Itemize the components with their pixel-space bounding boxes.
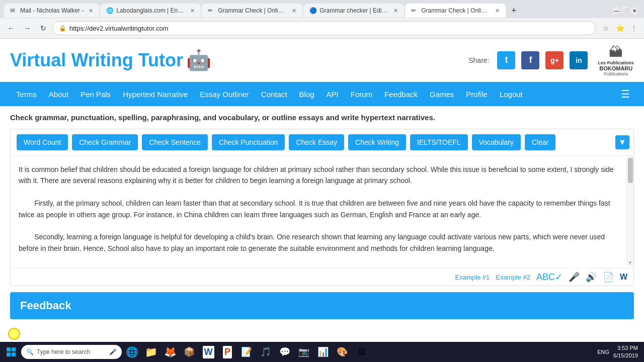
- nav-hypertext-narrative[interactable]: Hypertext Narrative: [117, 82, 194, 106]
- site-header: Virtual Writing Tutor 🤖 Share: t f g+ in…: [0, 39, 644, 82]
- tab-mail-label: Mail - Nicholas Walker -: [20, 7, 84, 14]
- bokomaru-icon: 🏔: [609, 44, 623, 60]
- nav-blog[interactable]: Blog: [293, 82, 320, 106]
- nav-terms[interactable]: Terms: [10, 82, 43, 106]
- lock-icon: 🔒: [59, 25, 66, 32]
- close-button[interactable]: ✕: [631, 7, 638, 14]
- linkedin-share-button[interactable]: in: [570, 51, 588, 69]
- clear-button[interactable]: Clear: [525, 134, 555, 150]
- expand-button[interactable]: ▼: [615, 135, 629, 149]
- tab-grammar-checker-label: Grammar checker | Edit c...: [319, 7, 388, 14]
- check-punctuation-button[interactable]: Check Punctuation: [212, 134, 285, 150]
- new-tab-button[interactable]: +: [507, 4, 521, 18]
- forward-button[interactable]: →: [20, 21, 34, 35]
- vocabulary-button[interactable]: Vocabulary: [472, 134, 521, 150]
- bokomaru-text: Les Publications: [598, 60, 634, 65]
- hamburger-menu[interactable]: ☰: [617, 88, 634, 100]
- microphone-icon[interactable]: 🎤: [569, 272, 580, 283]
- document-icon[interactable]: 📄: [603, 272, 614, 283]
- tab-grammar2[interactable]: ✏ Grammar Check | Online... ✕: [405, 4, 506, 18]
- googleplus-share-button[interactable]: g+: [545, 51, 564, 69]
- bokomaru-logo: 🏔 Les Publications BOKOMARU Publications: [598, 44, 634, 76]
- mail-tab-icon: ✉: [10, 7, 17, 14]
- extension-icon[interactable]: ⭐: [614, 22, 626, 34]
- twitter-icon: t: [505, 55, 508, 65]
- nav-forum[interactable]: Forum: [345, 82, 378, 106]
- address-url[interactable]: https://dev2.virtualwritingtutor.com: [69, 25, 169, 32]
- example2-link[interactable]: Example #2: [496, 274, 530, 281]
- nav-games[interactable]: Games: [424, 82, 460, 106]
- textarea-wrapper: ▼: [11, 156, 633, 268]
- address-bar[interactable]: 🔒 https://dev2.virtualwritingtutor.com: [52, 21, 596, 35]
- bokomaru-subtitle: Publications: [604, 71, 628, 76]
- browser-chrome: ✉ Mail - Nicholas Walker - ✕ 🌐 Labodangl…: [0, 0, 644, 39]
- tab-grammar2-label: Grammar Check | Online...: [421, 7, 490, 14]
- word-icon[interactable]: W: [620, 273, 627, 282]
- nav-essay-outliner[interactable]: Essay Outliner: [194, 82, 255, 106]
- check-sentence-button[interactable]: Check Sentence: [142, 134, 208, 150]
- share-label: Share:: [468, 56, 489, 64]
- nav-profile[interactable]: Profile: [460, 82, 494, 106]
- essay-textarea[interactable]: [11, 156, 633, 266]
- logo-writing-tutor: Writing Tutor: [66, 50, 183, 70]
- speaker-icon[interactable]: 🔊: [586, 272, 597, 283]
- tab-grammar1-label: Grammar Check | Online ...: [218, 7, 287, 14]
- tab-mail-close[interactable]: ✕: [89, 8, 93, 14]
- site-nav: Terms About Pen Pals Hypertext Narrative…: [0, 82, 644, 106]
- facebook-share-button[interactable]: f: [521, 51, 539, 69]
- check-essay-button[interactable]: Check Essay: [289, 134, 344, 150]
- example1-link[interactable]: Example #1: [455, 274, 490, 281]
- grammar1-tab-icon: ✏: [208, 7, 215, 14]
- tool-area: Word Count Check Grammar Check Sentence …: [10, 129, 634, 286]
- tool-buttons: Word Count Check Grammar Check Sentence …: [11, 129, 633, 156]
- nav-pen-pals[interactable]: Pen Pals: [74, 82, 117, 106]
- spell-check-icon[interactable]: ABC✓: [536, 272, 562, 283]
- nav-feedback[interactable]: Feedback: [378, 82, 424, 106]
- tab-labodanglais-close[interactable]: ✕: [190, 8, 195, 14]
- scroll-down-arrow[interactable]: ▼: [628, 260, 633, 265]
- nav-logout[interactable]: Logout: [494, 82, 529, 106]
- tab-mail[interactable]: ✉ Mail - Nicholas Walker - ✕: [4, 4, 99, 18]
- bookmark-icon[interactable]: ☆: [600, 22, 612, 34]
- maximize-button[interactable]: ⬜: [622, 7, 629, 14]
- facebook-icon: f: [529, 55, 532, 65]
- ielts-toefl-button[interactable]: IELTS/TOEFL: [410, 134, 468, 150]
- tagline: Check grammar, punctuation, spelling, pa…: [0, 106, 644, 129]
- nav-api[interactable]: API: [320, 82, 345, 106]
- googleplus-icon: g+: [550, 56, 559, 64]
- labodanglais-tab-icon: 🌐: [106, 7, 113, 14]
- grammar2-tab-icon: ✏: [411, 7, 418, 14]
- twitter-share-button[interactable]: t: [497, 51, 515, 69]
- check-writing-button[interactable]: Check Writing: [348, 134, 406, 150]
- feedback-heading: Feedback: [20, 299, 624, 312]
- editor-bottom: Example #1 Example #2 ABC✓ 🎤 🔊 📄 W: [11, 268, 633, 286]
- logo-virtual: Virtual: [10, 50, 66, 70]
- tab-labodanglais[interactable]: 🌐 Labodanglais.com | Engl... ✕: [100, 4, 201, 18]
- word-count-button[interactable]: Word Count: [17, 134, 68, 150]
- robot-icon: 🤖: [186, 48, 211, 72]
- browser-toolbar: ← → ↻ 🔒 https://dev2.virtualwritingtutor…: [0, 18, 644, 38]
- reload-button[interactable]: ↻: [36, 21, 50, 35]
- scrollbar-thumb: [628, 158, 633, 183]
- back-button[interactable]: ←: [4, 21, 18, 35]
- tab-grammar1[interactable]: ✏ Grammar Check | Online ... ✕: [202, 4, 302, 18]
- bokomaru-name: BOKOMARU: [599, 65, 632, 71]
- linkedin-icon: in: [576, 56, 582, 64]
- toolbar-right: ☆ ⭐ ⋮: [600, 22, 640, 34]
- chrome-menu-icon[interactable]: ⋮: [628, 22, 640, 34]
- vertical-scrollbar[interactable]: ▼: [626, 156, 633, 266]
- tab-grammar-checker[interactable]: 🔵 Grammar checker | Edit c... ✕: [303, 4, 404, 18]
- nav-contact[interactable]: Contact: [255, 82, 293, 106]
- logo-text: Virtual Writing Tutor: [10, 50, 183, 71]
- logo: Virtual Writing Tutor 🤖: [10, 48, 211, 72]
- tab-grammar2-close[interactable]: ✕: [495, 8, 500, 14]
- feedback-banner: Feedback: [10, 292, 634, 319]
- browser-tabs: ✉ Mail - Nicholas Walker - ✕ 🌐 Labodangl…: [0, 0, 644, 18]
- tab-grammar1-close[interactable]: ✕: [292, 8, 296, 14]
- nav-about[interactable]: About: [43, 82, 74, 106]
- tab-grammar-checker-close[interactable]: ✕: [393, 8, 398, 14]
- grammar-checker-tab-icon: 🔵: [309, 7, 316, 14]
- page-wrapper: Virtual Writing Tutor 🤖 Share: t f g+ in…: [0, 39, 644, 319]
- minimize-button[interactable]: —: [613, 7, 620, 14]
- check-grammar-button[interactable]: Check Grammar: [72, 134, 138, 150]
